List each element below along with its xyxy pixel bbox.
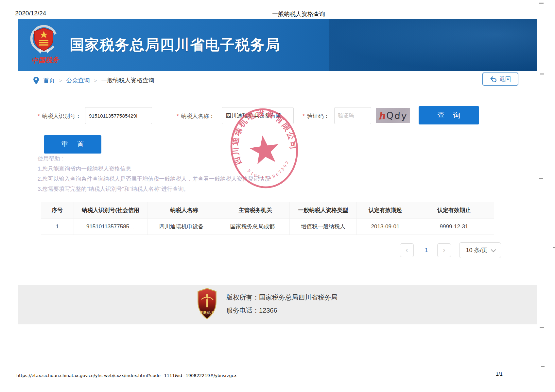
breadcrumb-bar: 首页 > 公众查询 > 一般纳税人资格查询 返回	[18, 74, 537, 88]
print-date: 2020/12/24	[15, 10, 46, 17]
page-url: https://etax.sichuan.chinatax.gov.cn/yhs…	[16, 373, 236, 378]
cell-taxpayer-name: 四川迪瑞机电设备…	[147, 219, 221, 235]
usage-help: 使用帮助： 1.您只能查询省内一般纳税人资格信息 2.您可以输入查询条件查询纳税…	[38, 154, 270, 194]
scan-artifact	[539, 178, 543, 179]
site-title: 国家税务总局四川省电子税务局	[70, 35, 280, 55]
required-mark: *	[38, 113, 40, 119]
cell-tax-authority: 国家税务总局成都…	[221, 219, 289, 235]
help-line-3: 3.您需要填写完整的"纳税人识别号"和"纳税人名称"进行查询。	[38, 184, 270, 194]
scan-artifact	[553, 247, 555, 248]
scan-artifact	[540, 327, 544, 328]
taxpayer-name-input[interactable]	[222, 107, 294, 124]
site-banner: 中国税务 国家税务总局四川省电子税务局	[18, 19, 537, 71]
copyright-line: 版权所有：国家税务总局四川省税务局	[226, 291, 338, 304]
breadcrumb-separator: >	[94, 78, 97, 83]
table-row: 1 91510113577585… 四川迪瑞机电设备… 国家税务总局成都… 增值…	[41, 219, 494, 235]
col-header-qualification-type: 一般纳税人资格类型	[289, 202, 356, 219]
scan-artifact	[540, 74, 544, 74]
page-indicator: 1/1	[496, 371, 503, 377]
badge-label: 党政机关	[199, 311, 215, 315]
service-phone-line: 服务电话：12366	[226, 304, 338, 317]
col-header-valid-to: 认定有效期止	[414, 202, 494, 219]
cell-qualification-type: 增值税一般纳税人	[289, 219, 356, 235]
government-badge-icon: 党政机关	[196, 288, 218, 320]
back-button[interactable]: 返回	[482, 73, 518, 86]
breadcrumb-separator: >	[59, 78, 62, 83]
required-mark: *	[303, 113, 305, 119]
print-page-title: 一般纳税人资格查询	[272, 10, 325, 18]
cell-taxpayer-id: 91510113577585…	[74, 219, 147, 235]
col-header-index: 序号	[41, 202, 74, 219]
scan-artifact	[539, 3, 544, 4]
cell-valid-from: 2013-09-01	[356, 219, 414, 235]
captcha-text-red: h	[378, 110, 386, 122]
results-table: 序号 纳税人识别号(社会信用 纳税人名称 主管税务机关 一般纳税人资格类型 认定…	[41, 202, 494, 235]
help-line-1: 1.您只能查询省内一般纳税人资格信息	[38, 164, 270, 174]
banner-background-image	[329, 19, 537, 71]
page-number[interactable]: 1	[420, 243, 433, 257]
breadcrumb-public-query[interactable]: 公众查询	[66, 76, 90, 84]
required-mark: *	[177, 113, 179, 119]
cell-index: 1	[41, 219, 74, 235]
tax-bureau-emblem-icon	[27, 24, 61, 56]
back-button-label: 返回	[499, 75, 511, 83]
footer-text: 版权所有：国家税务总局四川省税务局 服务电话：12366	[226, 291, 338, 317]
captcha-text: Qdy	[386, 110, 408, 121]
captcha-label: *验证码：	[303, 112, 329, 120]
help-line-2: 2.您可以输入查询条件查询纳税人是否属于增值税一般纳税人，并查看一般纳税人资格登…	[38, 174, 270, 184]
prev-page-button[interactable]: ‹	[400, 243, 414, 257]
return-arrow-icon	[490, 76, 497, 82]
scan-artifact	[541, 366, 545, 367]
breadcrumb-home[interactable]: 首页	[43, 76, 55, 84]
taxpayer-id-input[interactable]	[85, 107, 152, 124]
emblem-caption: 中国税务	[24, 55, 67, 66]
location-pin-icon	[33, 77, 39, 84]
captcha-input[interactable]	[334, 107, 371, 124]
captcha-image[interactable]: h Qdy	[376, 108, 410, 123]
taxpayer-name-label: *纳税人名称：	[177, 112, 215, 120]
taxpayer-id-label: *纳税人识别号：	[38, 112, 81, 120]
scanned-page: 2020/12/24 一般纳税人资格查询 中国税务 国家税务总局四川省电子税务局…	[0, 0, 555, 392]
site-footer: 党政机关 版权所有：国家税务总局四川省税务局 服务电话：12366	[18, 285, 537, 324]
chevron-down-icon	[491, 247, 496, 252]
col-header-taxpayer-name: 纳税人名称	[147, 202, 221, 219]
help-title: 使用帮助：	[38, 154, 270, 164]
reset-button[interactable]: 重 置	[44, 135, 101, 154]
cell-valid-to: 9999-12-31	[414, 219, 494, 235]
query-button[interactable]: 查 询	[419, 106, 479, 124]
breadcrumb-current: 一般纳税人资格查询	[101, 76, 154, 84]
col-header-tax-authority: 主管税务机关	[221, 202, 289, 219]
col-header-valid-from: 认定有效期起	[356, 202, 414, 219]
col-header-taxpayer-id: 纳税人识别号(社会信用	[74, 202, 147, 219]
table-header-row: 序号 纳税人识别号(社会信用 纳税人名称 主管税务机关 一般纳税人资格类型 认定…	[41, 202, 494, 219]
breadcrumb: 首页 > 公众查询 > 一般纳税人资格查询	[33, 76, 154, 84]
page-size-select[interactable]: 10 条/页	[459, 242, 501, 258]
next-page-button[interactable]: ›	[437, 243, 451, 257]
page-size-value: 10 条/页	[466, 246, 487, 254]
